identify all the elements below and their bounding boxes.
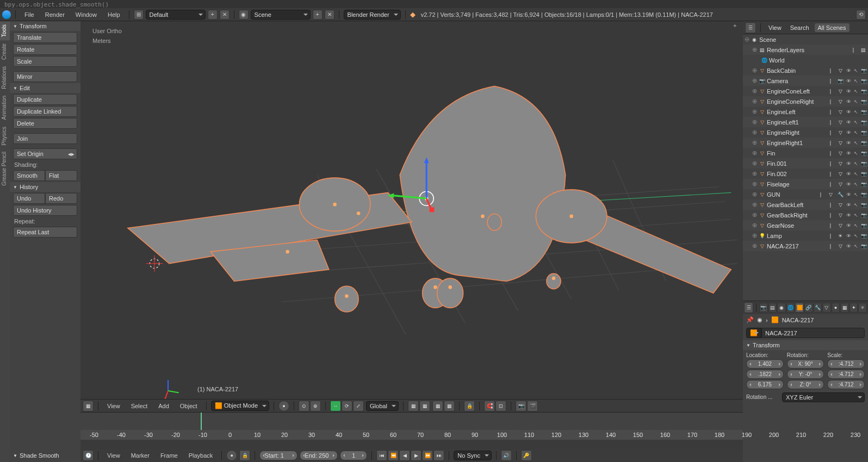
back-to-previous-button[interactable]: ⟲ — [856, 10, 866, 20]
outliner-world-row[interactable]: 🌐World — [743, 55, 868, 65]
remove-scene-button[interactable]: ✕ — [325, 10, 334, 20]
menu-render[interactable]: Render — [41, 11, 69, 18]
outliner-object-row[interactable]: ⊕▽Fiselage|▽👁↖📷 — [743, 179, 868, 189]
current-frame-field[interactable]: 1 — [340, 451, 367, 460]
tab-tools[interactable]: Tools — [0, 21, 10, 40]
renderable-icon[interactable]: 📷 — [860, 181, 867, 188]
renderable-icon[interactable]: 📷 — [860, 233, 867, 239]
selectable-icon[interactable]: ↖ — [853, 88, 859, 95]
renderable-icon[interactable]: 📷 — [860, 78, 867, 84]
selectable-icon[interactable]: ↖ — [853, 129, 859, 136]
auto-keyframe-icon[interactable]: ● — [226, 450, 237, 461]
renderable-icon[interactable]: 📷 — [860, 171, 867, 177]
blender-icon[interactable] — [2, 10, 11, 19]
outliner-menu-search[interactable]: Search — [787, 23, 813, 32]
selectable-icon[interactable]: ↖ — [853, 119, 859, 126]
visibility-icon[interactable]: 👁 — [845, 98, 852, 105]
tl-menu-view[interactable]: View — [103, 452, 125, 459]
outliner-object-row[interactable]: ⊕▽EngineRight1|▽👁↖📷 — [743, 138, 868, 148]
loc-y-field[interactable]: .1822 — [746, 370, 784, 379]
jump-start-icon[interactable]: ⏮ — [376, 450, 387, 461]
selectable-icon[interactable]: ↖ — [853, 222, 859, 229]
add-scene-button[interactable]: + — [313, 10, 323, 20]
duplicate-button[interactable]: Duplicate — [13, 94, 77, 105]
scale-z-field[interactable]: :4.712 — [827, 380, 865, 389]
manipulator-buttons[interactable]: ↔⟳⤢ — [330, 401, 364, 411]
join-button[interactable]: Join — [13, 133, 77, 144]
visibility-icon[interactable]: 👁 — [845, 212, 852, 218]
renderable-icon[interactable]: 📷 — [860, 98, 867, 105]
outliner-object-row[interactable]: ⊕💡Lamp|☀👁↖📷 — [743, 230, 868, 241]
visibility-icon[interactable]: 👁 — [845, 150, 852, 157]
tab-data-icon[interactable]: ▽ — [822, 303, 831, 313]
play-reverse-icon[interactable]: ◀ — [399, 450, 410, 461]
props-editor-icon[interactable]: ☰ — [744, 302, 753, 313]
audio-mute-icon[interactable]: 🔊 — [501, 450, 512, 461]
visibility-icon[interactable]: 👁 — [845, 171, 852, 177]
shading-dropdown[interactable]: ● — [278, 401, 289, 411]
mirror-button[interactable]: Mirror — [13, 71, 77, 82]
visibility-icon[interactable]: 👁 — [845, 233, 852, 239]
loc-z-field[interactable]: 6.175 — [746, 380, 784, 389]
renderable-icon[interactable]: 📷 — [860, 67, 867, 74]
vp-menu-view[interactable]: View — [103, 403, 125, 409]
menu-help[interactable]: Help — [103, 11, 125, 18]
editor-type-icon[interactable]: ▦ — [83, 401, 94, 411]
next-keyframe-icon[interactable]: ⏩ — [422, 450, 433, 461]
selectable-icon[interactable]: ↖ — [853, 78, 859, 84]
selectable-icon[interactable]: ↖ — [853, 181, 859, 188]
outliner-scene-row[interactable]: ⊖◉Scene — [743, 34, 868, 45]
tab-scene-icon[interactable]: ◉ — [777, 303, 786, 313]
selectable-icon[interactable]: ↖ — [853, 160, 859, 167]
outliner-tree[interactable]: ⊖◉Scene ⊕▤RenderLayers|▤ 🌐World ⊕▽BackCa… — [743, 34, 868, 301]
outliner-filter-dropdown[interactable]: All Scenes — [815, 23, 850, 32]
tl-menu-playback[interactable]: Playback — [184, 452, 218, 459]
selectable-icon[interactable]: ↖ — [853, 202, 859, 208]
renderable-icon[interactable]: 📷 — [860, 119, 867, 126]
renderable-icon[interactable]: 📷 — [860, 212, 867, 218]
renderable-icon[interactable]: 📷 — [860, 160, 867, 167]
renderable-icon[interactable]: 📷 — [860, 140, 867, 146]
renderable-icon[interactable]: 📷 — [860, 222, 867, 229]
selectable-icon[interactable]: ↖ — [853, 109, 859, 115]
selectable-icon[interactable]: ↖ — [853, 150, 859, 157]
outliner-object-row[interactable]: ⊕▽EngineConeLeft|▽👁↖📷 — [743, 86, 868, 96]
tab-renderlayers-icon[interactable]: ▤ — [768, 303, 777, 313]
renderable-icon[interactable]: 📷 — [860, 129, 867, 136]
layout-browse-icon[interactable]: ⊞ — [134, 10, 144, 20]
outliner-menu-view[interactable]: View — [765, 23, 785, 32]
tab-modifiers-icon[interactable]: 🔧 — [814, 303, 822, 313]
tab-render-icon[interactable]: 📷 — [759, 303, 768, 313]
repeat-last-button[interactable]: Repeat Last — [13, 227, 77, 238]
outliner-object-row[interactable]: ⊕▽EngineConeRight|▽👁↖📷 — [743, 96, 868, 107]
tab-physics-icon[interactable]: ⚛ — [858, 303, 867, 313]
prev-keyframe-icon[interactable]: ⏪ — [388, 450, 399, 461]
visibility-icon[interactable]: 👁 — [845, 243, 852, 249]
outliner-object-row[interactable]: ⊕▽Fin.001|▽👁↖📷 — [743, 158, 868, 168]
visibility-icon[interactable]: 👁 — [845, 202, 852, 208]
renderable-icon[interactable]: 📷 — [860, 202, 867, 208]
remove-layout-button[interactable]: ✕ — [220, 10, 230, 20]
tab-texture-icon[interactable]: ▦ — [840, 303, 849, 313]
menu-window[interactable]: Window — [71, 11, 101, 18]
play-icon[interactable]: ▶ — [411, 450, 421, 461]
rot-z-field[interactable]: Z: 0° — [787, 380, 824, 389]
selectable-icon[interactable]: ↖ — [853, 212, 859, 218]
visibility-icon[interactable]: 👁 — [845, 78, 852, 84]
pin-icon[interactable]: 📌 — [746, 316, 754, 323]
outliner-object-row[interactable]: ⊕▽GearBackLeft|▽👁↖📷 — [743, 199, 868, 210]
visibility-icon[interactable]: 👁 — [845, 160, 852, 167]
outliner-object-row[interactable]: ⊕▽EngineLeft1|▽👁↖📷 — [743, 117, 868, 127]
shade-smooth-button[interactable]: Smooth — [13, 170, 45, 181]
delete-button[interactable]: Delete — [13, 118, 77, 129]
outliner-editor-icon[interactable]: ☰ — [745, 22, 756, 33]
operator-header[interactable]: Shade Smooth — [12, 451, 78, 460]
outliner-object-row[interactable]: ⊕▽Fin|▽👁↖📷 — [743, 148, 868, 158]
start-frame-field[interactable]: Start: 1 — [259, 451, 297, 460]
tab-grease-pencil[interactable]: Grease Pencil — [0, 148, 10, 189]
outliner-object-row[interactable]: ⊕▽Fin.002|▽👁↖📷 — [743, 168, 868, 179]
outliner-object-row[interactable]: ⊕▽GearBackRight|▽👁↖📷 — [743, 210, 868, 220]
transform-panel-header[interactable]: Transform — [10, 21, 80, 31]
menu-file[interactable]: File — [20, 11, 39, 18]
loc-x-field[interactable]: 1.402 — [746, 359, 784, 369]
